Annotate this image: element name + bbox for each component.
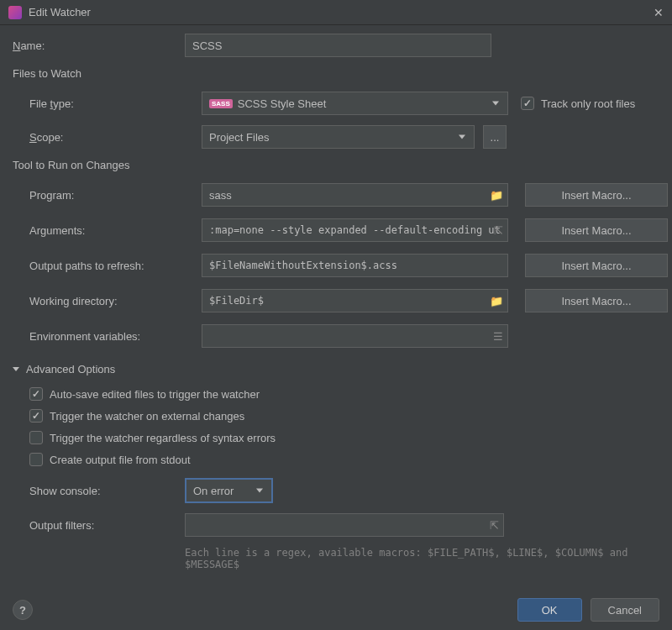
dialog-footer: ? OK Cancel (0, 590, 672, 630)
expand-icon[interactable]: ⇱ (494, 224, 503, 237)
scope-label: Scope: (29, 131, 202, 144)
name-input[interactable] (185, 34, 491, 57)
output-filters-input[interactable] (185, 513, 504, 537)
scope-value: Project Files (209, 131, 270, 144)
trigger-regardless-checkbox[interactable]: Trigger the watcher regardless of syntax… (29, 431, 659, 444)
trigger-regardless-label: Trigger the watcher regardless of syntax… (50, 432, 276, 444)
ok-button[interactable]: OK (517, 598, 582, 622)
titlebar: Edit Watcher ✕ (0, 0, 672, 25)
chevron-down-icon (492, 102, 499, 106)
scope-more-button[interactable]: ... (483, 125, 507, 149)
advanced-options-title: Advanced Options (26, 363, 115, 375)
window-title: Edit Watcher (29, 6, 654, 18)
env-vars-label: Environment variables: (29, 330, 202, 343)
triangle-down-icon (13, 367, 19, 371)
close-icon[interactable]: ✕ (654, 6, 664, 19)
chevron-down-icon (459, 135, 465, 139)
trigger-external-label: Trigger the watcher on external changes (50, 410, 244, 423)
env-vars-input[interactable] (202, 324, 508, 348)
file-type-value: SCSS Style Sheet (238, 97, 327, 110)
program-input[interactable] (202, 183, 508, 207)
program-macro-button[interactable]: Insert Macro... (525, 183, 668, 207)
arguments-macro-button[interactable]: Insert Macro... (525, 218, 668, 242)
show-console-value: On error (193, 485, 234, 497)
track-root-checkbox[interactable]: Track only root files (521, 97, 635, 110)
chevron-down-icon (256, 489, 263, 493)
folder-icon[interactable]: 📁 (490, 295, 503, 307)
arguments-label: Arguments: (29, 224, 202, 237)
output-paths-macro-button[interactable]: Insert Macro... (525, 254, 668, 277)
checkbox-icon (29, 387, 43, 401)
file-type-select[interactable]: SASS SCSS Style Sheet (202, 92, 508, 115)
scope-select[interactable]: Project Files (202, 125, 475, 149)
app-icon (8, 6, 22, 19)
folder-icon[interactable]: 📁 (490, 189, 503, 202)
tool-section-title: Tool to Run on Changes (13, 159, 659, 171)
auto-save-label: Auto-save edited files to trigger the wa… (50, 388, 260, 401)
advanced-options-toggle[interactable]: Advanced Options (13, 363, 659, 375)
file-type-label: File type: (29, 97, 202, 110)
help-button[interactable]: ? (13, 600, 33, 620)
show-console-select[interactable]: On error (185, 478, 273, 503)
checkbox-icon (521, 97, 534, 110)
working-dir-macro-button[interactable]: Insert Macro... (525, 289, 668, 312)
show-console-label: Show console: (29, 485, 185, 497)
auto-save-checkbox[interactable]: Auto-save edited files to trigger the wa… (29, 387, 659, 401)
output-paths-label: Output paths to refresh: (29, 260, 202, 272)
sass-badge-icon: SASS (209, 99, 233, 108)
files-to-watch-title: Files to Watch (13, 67, 659, 80)
program-label: Program: (29, 189, 202, 202)
checkbox-icon (29, 409, 43, 423)
create-stdout-label: Create output file from stdout (50, 454, 191, 466)
working-dir-label: Working directory: (29, 295, 202, 307)
trigger-external-checkbox[interactable]: Trigger the watcher on external changes (29, 409, 659, 423)
expand-icon[interactable]: ⇱ (490, 519, 499, 532)
checkbox-icon (29, 453, 43, 466)
checkbox-icon (29, 431, 43, 444)
name-label: Name: (13, 39, 185, 52)
working-dir-input[interactable] (202, 289, 508, 312)
cancel-button[interactable]: Cancel (591, 598, 659, 622)
output-paths-input[interactable] (202, 254, 508, 277)
create-stdout-checkbox[interactable]: Create output file from stdout (29, 453, 659, 466)
output-filters-hint: Each line is a regex, available macros: … (185, 547, 659, 570)
list-icon[interactable]: ☰ (493, 330, 503, 343)
track-root-label: Track only root files (541, 97, 635, 110)
output-filters-label: Output filters: (29, 519, 185, 532)
arguments-input[interactable] (202, 218, 508, 242)
